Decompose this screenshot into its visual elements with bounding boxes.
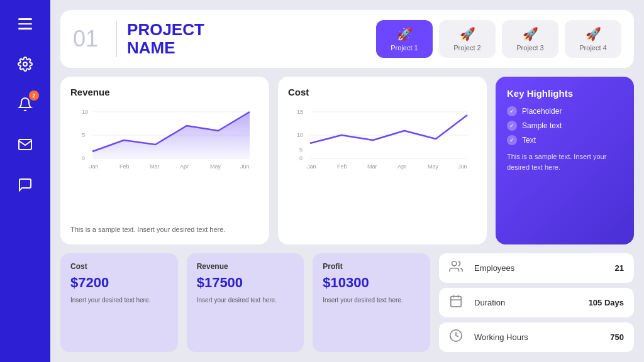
revenue-chart-area: 10 5 0	[70, 102, 259, 220]
working-hours-label: Working Hours	[474, 332, 602, 342]
employees-label: Employees	[474, 263, 608, 273]
revenue-chart-card: Revenue 10 5 0	[60, 77, 269, 244]
working-hours-stat-row: Working Hours 750	[439, 322, 634, 352]
rocket-icon-3: 🚀	[523, 26, 538, 41]
rocket-icon-4: 🚀	[586, 26, 601, 41]
project-number: 01	[73, 26, 98, 52]
tab-project4[interactable]: 🚀 Project 4	[565, 20, 621, 58]
svg-text:Apr: Apr	[180, 163, 189, 170]
highlights-description: This is a sample text. Insert your desir…	[507, 151, 623, 172]
profit-stat-desc: Insert your desired text here.	[323, 296, 420, 305]
profit-stat-label: Profit	[323, 262, 420, 271]
svg-point-27	[452, 261, 457, 266]
rocket-icon-1: 🚀	[397, 26, 413, 41]
revenue-chart-title: Revenue	[70, 87, 259, 97]
duration-icon	[449, 294, 467, 311]
revenue-chart-description: This is a sample text. Insert your desir…	[70, 225, 259, 234]
project-tabs: 🚀 Project 1 🚀 Project 2 🚀 Project 3 🚀 Pr…	[376, 20, 621, 58]
tab-project2[interactable]: 🚀 Project 2	[439, 20, 496, 58]
svg-rect-28	[451, 297, 462, 307]
revenue-stat-desc: Insert your desired text here.	[197, 296, 294, 305]
sidebar: 2	[0, 0, 50, 362]
cost-chart-area: 15 10 5 0 Jan Feb Mar Apr May Jun	[288, 102, 477, 234]
cost-stat-card: Cost $7200 Insert your desired text here…	[60, 253, 178, 352]
duration-stat-row: Duration 105 Days	[439, 288, 634, 317]
check-icon-3: ✓	[507, 135, 517, 145]
cost-stat-desc: Insert your desired text here.	[70, 296, 168, 305]
menu-icon[interactable]	[14, 13, 36, 35]
svg-text:Jun: Jun	[240, 163, 250, 170]
gear-icon[interactable]	[14, 53, 36, 75]
employees-icon	[449, 260, 467, 277]
tab-project1[interactable]: 🚀 Project 1	[376, 20, 433, 58]
header-card: 01 PROJECT NAME 🚀 Project 1 🚀 Project 2 …	[60, 10, 634, 68]
highlight-item-3: ✓ Text	[507, 135, 623, 145]
highlight-item-1: ✓ Placeholder	[507, 106, 623, 116]
svg-text:Jun: Jun	[458, 163, 467, 170]
svg-text:Jan: Jan	[89, 163, 99, 170]
profit-stat-value: $10300	[323, 275, 420, 291]
svg-text:May: May	[210, 163, 221, 170]
svg-point-0	[23, 62, 27, 66]
bottom-row: Cost $7200 Insert your desired text here…	[60, 253, 634, 352]
check-icon-2: ✓	[507, 121, 517, 131]
cost-stat-label: Cost	[70, 262, 168, 271]
project-title: PROJECT NAME	[116, 21, 204, 57]
svg-text:Mar: Mar	[367, 163, 377, 170]
highlights-title: Key Highlights	[507, 88, 623, 99]
chat-icon[interactable]	[14, 173, 36, 196]
svg-text:0: 0	[299, 155, 303, 162]
info-stats: Employees 21 Duration 105 Days	[439, 253, 634, 352]
svg-text:15: 15	[297, 109, 303, 115]
svg-text:10: 10	[297, 132, 303, 138]
main-content: 01 PROJECT NAME 🚀 Project 1 🚀 Project 2 …	[50, 0, 644, 362]
svg-text:5: 5	[299, 146, 303, 153]
revenue-stat-label: Revenue	[197, 262, 294, 271]
check-icon-1: ✓	[507, 106, 517, 116]
bell-icon[interactable]: 2	[14, 93, 36, 116]
svg-text:0: 0	[82, 155, 85, 162]
middle-row: Revenue 10 5 0	[60, 77, 634, 244]
svg-text:5: 5	[82, 132, 85, 138]
employees-stat-row: Employees 21	[439, 253, 634, 283]
svg-text:Apr: Apr	[397, 163, 406, 170]
highlights-card: Key Highlights ✓ Placeholder ✓ Sample te…	[496, 77, 634, 244]
notification-badge: 2	[29, 90, 39, 101]
svg-text:Jan: Jan	[307, 163, 316, 170]
revenue-stat-value: $17500	[197, 275, 294, 291]
profit-stat-card: Profit $10300 Insert your desired text h…	[313, 253, 430, 352]
svg-text:10: 10	[82, 109, 88, 115]
cost-chart-card: Cost 15 10 5 0 Jan Feb Mar Apr May	[278, 77, 487, 244]
rocket-icon-2: 🚀	[460, 26, 475, 41]
highlight-item-2: ✓ Sample text	[507, 121, 623, 131]
working-hours-value: 750	[610, 332, 624, 342]
clock-icon	[449, 329, 467, 346]
svg-text:Feb: Feb	[337, 163, 347, 170]
svg-text:May: May	[428, 163, 439, 170]
svg-text:Mar: Mar	[150, 163, 160, 170]
duration-value: 105 Days	[589, 298, 624, 307]
duration-label: Duration	[474, 298, 581, 307]
cost-stat-value: $7200	[70, 275, 168, 291]
mail-icon[interactable]	[14, 133, 36, 156]
svg-text:Feb: Feb	[119, 163, 130, 170]
revenue-stat-card: Revenue $17500 Insert your desired text …	[187, 253, 304, 352]
employees-value: 21	[615, 263, 624, 273]
cost-chart-title: Cost	[288, 87, 477, 97]
tab-project3[interactable]: 🚀 Project 3	[502, 20, 558, 58]
